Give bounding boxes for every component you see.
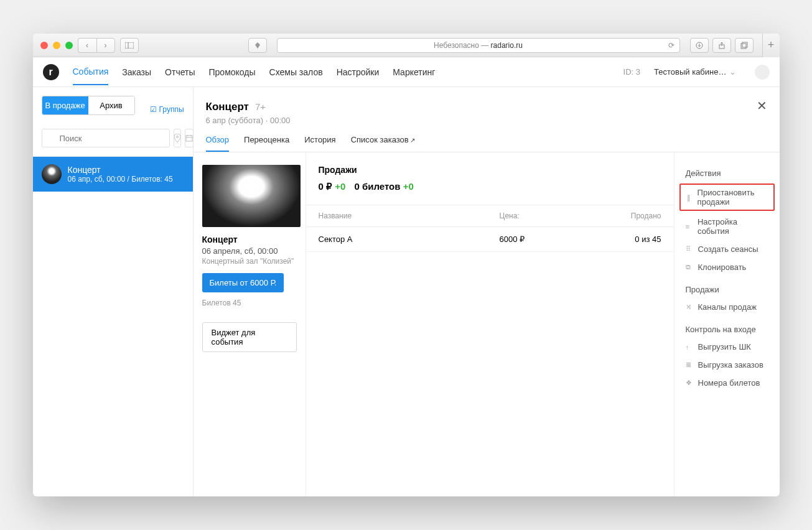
top-nav: r События Заказы Отчеты Промокоды Схемы … — [33, 57, 780, 87]
age-badge: 7+ — [255, 101, 266, 112]
share-icon[interactable] — [712, 38, 731, 53]
groups-link[interactable]: Группы — [150, 105, 184, 114]
svg-rect-0 — [125, 42, 134, 49]
tickets-count: Билетов 45 — [202, 299, 297, 307]
forward-button[interactable]: › — [96, 38, 115, 53]
tab-history[interactable]: История — [304, 135, 335, 152]
nav-marketing[interactable]: Маркетинг — [393, 60, 435, 85]
svg-rect-5 — [742, 42, 747, 47]
row-name: Сектор А — [319, 235, 500, 244]
th-sold: Продано — [612, 212, 661, 220]
nav-reports[interactable]: Отчеты — [165, 60, 195, 85]
chevron-down-icon: ⌄ — [729, 67, 736, 77]
action-barcode[interactable]: ↑ Выгрузить ШК — [677, 338, 777, 356]
action-clone[interactable]: ⧉ Клонировать — [677, 258, 777, 276]
tab-on-sale[interactable]: В продаже — [42, 96, 88, 114]
action-pause-sales[interactable]: ‖ Приостановить продажи — [679, 184, 775, 211]
svg-rect-7 — [186, 136, 192, 141]
detail-title: Концерт — [202, 235, 297, 244]
browser-window: ‹ › Небезопасно — radario.ru ⟳ + — [33, 34, 780, 496]
section-sales: Продажи — [677, 281, 777, 298]
th-price: Цена: — [500, 212, 612, 220]
date-filter[interactable] — [185, 129, 194, 147]
sales-column: Продажи 0 ₽ +0 0 билетов +0 Название Цен… — [306, 152, 674, 496]
page-subtitle: 6 апр (суббота) · 00:00 — [206, 116, 767, 125]
back-button[interactable]: ‹ — [78, 38, 96, 53]
titlebar: ‹ › Небезопасно — radario.ru ⟳ + — [33, 34, 780, 57]
th-name: Название — [319, 212, 500, 220]
action-event-settings[interactable]: ≡ Настройка события — [677, 213, 777, 240]
section-control: Контроль на входе — [677, 321, 777, 338]
section-actions: Действия — [677, 165, 777, 182]
table-header: Название Цена: Продано — [306, 205, 674, 227]
upload-icon: ↑ — [686, 343, 693, 351]
traffic-lights — [40, 42, 73, 49]
sidebar-toggle[interactable] — [120, 38, 139, 53]
tab-reprice[interactable]: Переоценка — [244, 135, 289, 152]
location-filter[interactable] — [174, 129, 181, 147]
svg-rect-4 — [741, 44, 746, 49]
grid-icon: ⠿ — [686, 245, 693, 253]
address-text: Небезопасно — radario.ru — [434, 41, 523, 50]
close-icon[interactable]: ✕ — [757, 98, 767, 113]
event-meta: 06 апр, сб, 00:00 / Билетов: 45 — [68, 175, 173, 184]
tab-archive[interactable]: Архив — [88, 96, 134, 114]
close-window[interactable] — [40, 42, 48, 49]
action-channels[interactable]: ⤨ Каналы продаж — [677, 298, 777, 316]
minimize-window[interactable] — [53, 42, 60, 49]
tab-overview[interactable]: Обзор — [206, 135, 230, 152]
action-export-orders[interactable]: ≣ Выгрузка заказов — [677, 356, 777, 374]
nav-back-forward: ‹ › — [78, 38, 115, 53]
address-bar[interactable]: Небезопасно — radario.ru ⟳ — [277, 38, 680, 53]
new-tab-button[interactable]: + — [762, 34, 780, 57]
nav-events[interactable]: События — [73, 59, 109, 85]
widget-button[interactable]: Виджет для события — [202, 322, 297, 352]
refresh-icon[interactable]: ⟳ — [668, 41, 674, 50]
nav-halls[interactable]: Схемы залов — [269, 60, 323, 85]
actions-panel: Действия ‖ Приостановить продажи ≡ Настр… — [674, 152, 780, 496]
search-input[interactable] — [42, 129, 170, 147]
avatar[interactable] — [755, 65, 770, 80]
sidebar-tabs: В продаже Архив — [42, 96, 135, 115]
action-ticket-numbers[interactable]: ❖ Номера билетов — [677, 374, 777, 392]
table-row[interactable]: Сектор А 6000 ₽ 0 из 45 — [306, 227, 674, 252]
tabs-icon[interactable] — [735, 38, 754, 53]
row-sold: 0 из 45 — [612, 235, 661, 244]
svg-point-6 — [176, 136, 178, 138]
account-dropdown[interactable]: Тестовый кабине… ⌄ — [654, 67, 735, 77]
action-create-sessions[interactable]: ⠿ Создать сеансы — [677, 240, 777, 258]
main-tabs: Обзор Переоценка История Список заказов↗ — [206, 135, 767, 152]
list2-icon: ≣ — [686, 361, 693, 369]
shuffle-icon: ⤨ — [686, 303, 693, 311]
detail-column: Концерт 06 апреля, сб, 00:00 Концертный … — [194, 152, 306, 496]
events-sidebar: В продаже Архив Группы ⌕ — [33, 87, 194, 496]
page-title: Концерт — [206, 101, 249, 113]
main-panel: Концерт 7+ ✕ 6 апр (суббота) · 00:00 Обз… — [194, 87, 780, 496]
tickets-button[interactable]: Билеты от 6000 Р. — [202, 273, 284, 292]
copy-icon: ⧉ — [686, 263, 693, 271]
account-id: ID: 3 — [623, 67, 640, 77]
external-icon: ↗ — [410, 137, 415, 144]
sales-title: Продажи — [319, 165, 661, 175]
event-image — [202, 165, 301, 227]
event-thumb — [42, 164, 62, 184]
download-icon[interactable] — [690, 38, 709, 53]
reader-icon[interactable] — [248, 38, 267, 53]
sales-summary: 0 ₽ +0 0 билетов +0 — [319, 181, 661, 192]
pause-icon: ‖ — [687, 193, 693, 202]
event-list-item[interactable]: Концерт 06 апр, сб, 00:00 / Билетов: 45 — [33, 157, 193, 192]
detail-date: 06 апреля, сб, 00:00 — [202, 246, 297, 256]
tab-orders[interactable]: Список заказов↗ — [351, 135, 415, 152]
nav-settings[interactable]: Настройки — [337, 60, 380, 85]
detail-venue: Концертный зал "Колизей" — [202, 257, 297, 266]
logo[interactable]: r — [43, 64, 59, 80]
event-title: Концерт — [68, 165, 173, 175]
row-price: 6000 ₽ — [500, 235, 612, 244]
list-icon: ≡ — [686, 223, 693, 230]
nav-promo[interactable]: Промокоды — [209, 60, 256, 85]
ticket-icon: ❖ — [686, 379, 693, 387]
maximize-window[interactable] — [65, 42, 73, 49]
nav-orders[interactable]: Заказы — [122, 60, 151, 85]
